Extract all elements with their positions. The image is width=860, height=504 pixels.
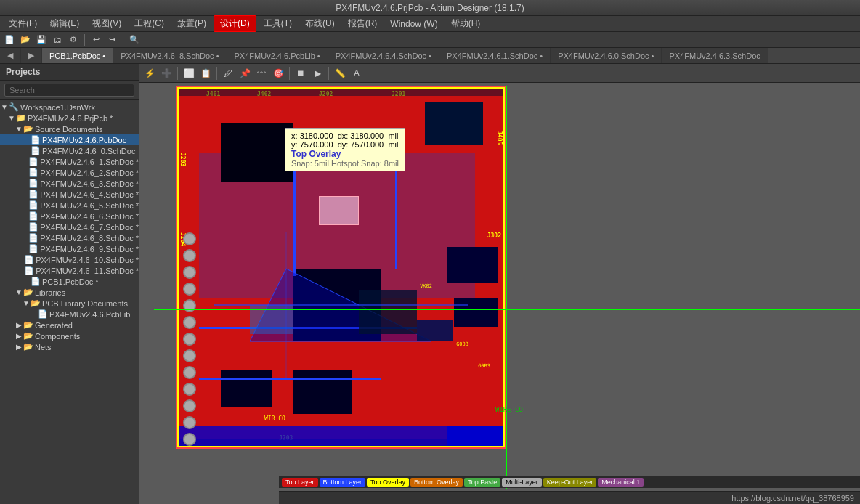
- tree-arrow-icon[interactable]: ▼: [7, 114, 16, 122]
- canvas-area[interactable]: ⚡ ➕ ⬜ 📋 🖊 📌 〰 🎯 ⏹ ▶ 📏 A x: 3180.000 dx: …: [139, 64, 860, 504]
- ct-measure[interactable]: 📏: [333, 66, 347, 81]
- tree-item[interactable]: ▼📁PX4FMUv2.4.6.PrjPcb *: [0, 113, 139, 123]
- tree-item[interactable]: ▼🔧Workspace1.DsnWrk: [0, 102, 139, 113]
- qb-undo[interactable]: ↩: [89, 33, 102, 46]
- ct-stop[interactable]: ⏹: [293, 66, 308, 81]
- tab-sch3[interactable]: PX4FMUv2.4.6.3.SchDoc: [662, 48, 768, 63]
- tree-arrow-icon[interactable]: ▼: [0, 103, 9, 111]
- tree-item[interactable]: 📄PX4FMUv2.4.6_4.SchDoc *: [0, 189, 139, 200]
- layer-top-overlay[interactable]: Top Overlay: [367, 478, 409, 487]
- ct-play[interactable]: ▶: [310, 66, 325, 81]
- layer-bot-overlay[interactable]: Bottom Overlay: [410, 478, 463, 487]
- tree-arrow-icon[interactable]: ▼: [15, 125, 23, 133]
- ic-region-1: [221, 123, 293, 182]
- tree-item[interactable]: 📄PX4FMUv2.4.6_11.SchDoc *: [0, 265, 139, 276]
- menu-reports[interactable]: 报告(R): [342, 16, 384, 31]
- ct-filter[interactable]: ⚡: [142, 66, 157, 81]
- menu-window[interactable]: Window (W): [384, 17, 443, 31]
- layer-multi[interactable]: Multi-Layer: [502, 478, 542, 487]
- tree-item[interactable]: ▶📂Components: [0, 330, 139, 341]
- tab-sch8[interactable]: PX4FMUv2.4.6_8.SchDoc •: [113, 48, 227, 63]
- ct-sep3: [289, 67, 290, 80]
- tree-arrow-icon[interactable]: ▼: [22, 299, 31, 307]
- search-input[interactable]: [4, 84, 134, 97]
- tree-arrow-icon[interactable]: ▶: [15, 343, 23, 351]
- qb-new[interactable]: 📄: [3, 33, 16, 46]
- ct-pen[interactable]: 🖊: [221, 66, 235, 81]
- tree-item[interactable]: 📄PX4FMUv2.4.6_7.SchDoc *: [0, 221, 139, 232]
- tree-item[interactable]: ▶📂Generated: [0, 320, 139, 330]
- tree-item[interactable]: 📄PX4FMUv2.4.6.PcbDoc: [0, 134, 139, 145]
- tree-item[interactable]: ▶📂Nets: [0, 341, 139, 352]
- ct-target[interactable]: 🎯: [271, 66, 285, 81]
- tree-item[interactable]: ▼📂Source Documents: [0, 123, 139, 134]
- tree-item[interactable]: 📄PX4FMUv2.4.6_10.SchDoc *: [0, 254, 139, 265]
- menu-file[interactable]: 文件(F): [3, 16, 43, 31]
- tree-item[interactable]: 📄PX4FMUv2.4.6_2.SchDoc *: [0, 167, 139, 178]
- tree-item[interactable]: 📄PX4FMUv2.4.6_6.SchDoc *: [0, 211, 139, 221]
- menu-project[interactable]: 工程(C): [129, 16, 170, 31]
- menu-tools[interactable]: 工具(T): [258, 16, 298, 31]
- layer-top-copper[interactable]: Top Layer: [282, 478, 318, 487]
- menu-help[interactable]: 帮助(H): [445, 16, 487, 31]
- layer-keepout[interactable]: Keep-Out Layer: [543, 478, 597, 487]
- menu-edit[interactable]: 编辑(E): [44, 16, 85, 31]
- vk-label: VK02: [420, 283, 432, 289]
- tab-sch1[interactable]: PX4FMUv2.4.6.1.SchDoc •: [439, 48, 551, 63]
- ct-add[interactable]: ➕: [159, 66, 174, 81]
- tree-item-label: Source Documents: [35, 125, 103, 134]
- tree-file-icon: 🔧: [9, 102, 19, 112]
- ct-wave[interactable]: 〰: [254, 66, 269, 81]
- g003b-label: G0B3: [478, 363, 490, 369]
- qb-save[interactable]: 💾: [35, 33, 48, 46]
- sep1: [84, 34, 85, 46]
- menu-place[interactable]: 放置(P): [171, 16, 212, 31]
- qb-redo[interactable]: ↪: [105, 33, 118, 46]
- tree-item-label: Nets: [35, 343, 52, 351]
- tree-item[interactable]: ▼📂PCB Library Documents: [0, 298, 139, 309]
- tree-item[interactable]: 📄PX4FMUv2.4.6_3.SchDoc *: [0, 178, 139, 189]
- pad-4: [183, 283, 196, 296]
- qb-open[interactable]: 📂: [19, 33, 32, 46]
- ct-clip[interactable]: 📋: [198, 66, 213, 81]
- tree-file-icon: 📄: [28, 211, 38, 221]
- tree-item[interactable]: 📄PX4FMUv2.4.6_1.SchDoc *: [0, 156, 139, 167]
- menu-route[interactable]: 布线(U): [299, 16, 341, 31]
- pad-10: [183, 383, 196, 396]
- menu-view[interactable]: 视图(V): [86, 16, 127, 31]
- tab-nav-left[interactable]: ◀: [0, 48, 21, 63]
- ct-text[interactable]: A: [349, 66, 364, 81]
- tab-pcb1[interactable]: PCB1.PcbDoc •: [42, 48, 113, 63]
- ct-pin[interactable]: 📌: [238, 66, 252, 81]
- tree-item[interactable]: 📄PX4FMUv2.4.6_9.SchDoc *: [0, 243, 139, 254]
- menu-design[interactable]: 设计(D): [214, 15, 256, 32]
- tree-arrow-icon[interactable]: ▶: [15, 332, 23, 340]
- tree-item[interactable]: 📄PX4FMUv2.4.6_0.SchDoc: [0, 145, 139, 156]
- qb-zoom-in[interactable]: 🔍: [128, 33, 141, 46]
- tab-sch0-label: PX4FMUv2.4.6.0.SchDoc •: [558, 52, 654, 60]
- tree-item[interactable]: 📄PX4FMUv2.4.6_8.SchDoc *: [0, 232, 139, 243]
- tab-sch4-label: PX4FMUv2.4.6.4.SchDoc •: [336, 52, 431, 60]
- layer-bot-copper[interactable]: Bottom Layer: [320, 478, 366, 487]
- qb-settings[interactable]: ⚙: [67, 33, 80, 46]
- label-j203: J203: [179, 153, 186, 166]
- tree-item[interactable]: ▼📂Libraries: [0, 287, 139, 298]
- tab-sch0[interactable]: PX4FMUv2.4.6.0.SchDoc •: [551, 48, 662, 63]
- tab-nav-right[interactable]: ▶: [21, 48, 42, 63]
- tree-item[interactable]: 📄PX4FMUv2.4.6.PcbLib: [0, 309, 139, 320]
- layer-mech1[interactable]: Mechanical 1: [598, 478, 644, 487]
- layer-top-paste[interactable]: Top Paste: [464, 478, 500, 487]
- tab-sch4[interactable]: PX4FMUv2.4.6.4.SchDoc •: [328, 48, 439, 63]
- tree-arrow-icon[interactable]: ▶: [15, 321, 23, 329]
- tree-file-icon: 📄: [31, 135, 41, 145]
- ct-table[interactable]: ⬜: [182, 66, 196, 81]
- tab-pcblib[interactable]: PX4FMUv2.4.6.PcbLib •: [227, 48, 328, 63]
- tree-arrow-icon[interactable]: ▼: [15, 288, 23, 296]
- tree-item-label: PX4FMUv2.4.6.PcbLib: [49, 310, 130, 319]
- tree-item[interactable]: 📄PCB1.PcbDoc *: [0, 276, 139, 287]
- pad-1: [183, 232, 196, 245]
- pcb-board[interactable]: J401 J402 J202 J201 J405 J203 J204 J203 …: [176, 86, 506, 449]
- tab-sch3-label: PX4FMUv2.4.6.3.SchDoc: [669, 52, 760, 60]
- tree-item[interactable]: 📄PX4FMUv2.4.6_5.SchDoc *: [0, 200, 139, 211]
- qb-saveall[interactable]: 🗂: [51, 33, 64, 46]
